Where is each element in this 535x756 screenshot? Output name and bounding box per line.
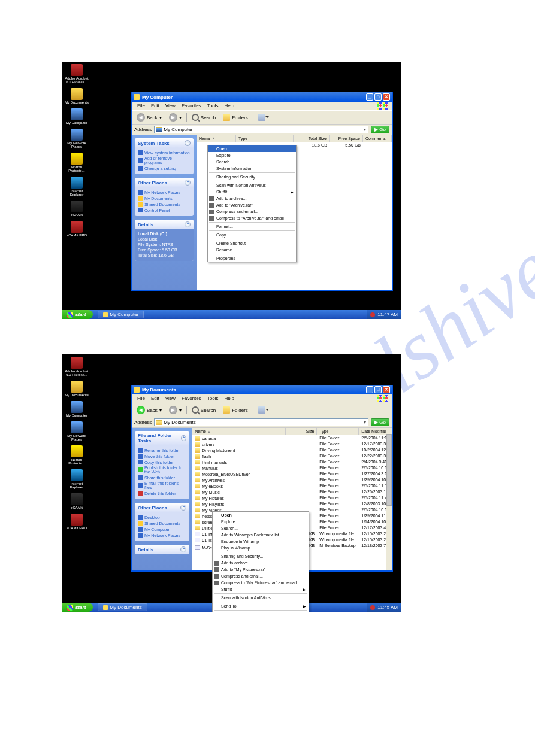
table-row[interactable]: canadaFile Folder2/5/2004 11:0 <box>192 435 392 441</box>
desktop-icon-ie[interactable]: Internet Explorer <box>64 469 90 489</box>
menu-favorites[interactable]: Favorites <box>179 102 204 110</box>
menu-file[interactable]: File <box>134 102 148 110</box>
table-row[interactable]: flashFile Folder12/22/2003 3: <box>192 453 392 459</box>
task-view-system-info[interactable]: View system information <box>138 150 191 156</box>
menu-item[interactable]: Explore <box>208 152 296 159</box>
close-button[interactable]: ✕ <box>383 386 390 393</box>
task-share[interactable]: Share this folder <box>138 475 186 481</box>
search-button[interactable]: Search <box>189 113 218 122</box>
menu-item[interactable]: Cut <box>213 611 309 612</box>
table-row[interactable]: My ArchivesFile Folder1/29/2004 10: <box>192 477 392 483</box>
desktop-icon-ecamit[interactable]: eCAMit <box>64 493 90 509</box>
task-publish[interactable]: Publish this folder to the Web <box>138 465 186 475</box>
menu-item[interactable]: Compress and email... <box>208 208 296 215</box>
desktop-icon-mycomp[interactable]: My Computer <box>64 401 90 417</box>
desktop-icon-ecamitpro[interactable]: eCAMit PRO <box>64 221 90 237</box>
collapse-icon[interactable]: ⌃ <box>180 505 186 511</box>
table-row[interactable]: driversFile Folder12/17/2003 3: <box>192 441 392 447</box>
start-button[interactable]: start <box>62 310 93 319</box>
task-add-remove[interactable]: Add or remove programs <box>138 156 191 165</box>
collapse-icon[interactable]: ⌃ <box>181 435 186 441</box>
scrollbar-thumb[interactable] <box>386 434 392 506</box>
menu-item[interactable]: Create Shortcut <box>208 240 296 247</box>
place-network[interactable]: My Network Places <box>138 532 186 538</box>
tray-icon[interactable] <box>370 312 375 317</box>
col-comments[interactable]: Comments <box>363 135 392 142</box>
go-button[interactable]: ▶ Go <box>371 418 389 426</box>
task-move[interactable]: Move this folder <box>138 453 186 459</box>
menu-item[interactable]: Enqueue in Winamp <box>213 538 309 545</box>
search-button[interactable]: Search <box>189 405 218 415</box>
place-shared[interactable]: Shared Documents <box>138 520 186 526</box>
table-row[interactable]: My PlaylistsFile Folder12/8/2003 10: <box>192 501 392 507</box>
menu-item[interactable]: Add to archive... <box>208 195 296 202</box>
menu-tools[interactable]: Tools <box>204 102 222 110</box>
address-input[interactable]: My Computer ▾ <box>154 126 368 133</box>
task-change-setting[interactable]: Change a setting <box>138 165 191 171</box>
menu-view[interactable]: View <box>162 102 179 110</box>
menu-item[interactable]: Rename <box>208 247 296 253</box>
menu-item[interactable]: Send To▶ <box>213 603 309 609</box>
task-rename[interactable]: Rename this folder <box>138 447 186 453</box>
menu-favorites[interactable]: Favorites <box>179 395 204 402</box>
menu-edit[interactable]: Edit <box>148 102 162 110</box>
panel-heading[interactable]: Details⌃ <box>135 220 194 229</box>
desktop-icon-norton[interactable]: Norton Protecte... <box>64 445 90 465</box>
table-row[interactable]: html manualsFile Folder2/4/2004 3:40 <box>192 459 392 465</box>
col-free[interactable]: Free Space <box>330 135 363 142</box>
collapse-icon[interactable]: ⌃ <box>180 546 186 552</box>
start-button[interactable]: start <box>62 603 93 612</box>
desktop-icon-network[interactable]: My Network Places <box>64 129 90 148</box>
menu-item[interactable]: StuffIt▶ <box>208 189 296 195</box>
panel-heading[interactable]: File and Folder Tasks⌃ <box>135 431 189 445</box>
maximize-button[interactable]: □ <box>374 93 382 101</box>
menu-edit[interactable]: Edit <box>148 395 162 402</box>
menu-item[interactable]: Search... <box>213 525 309 532</box>
menu-item[interactable]: Add to archive... <box>213 560 309 566</box>
collapse-icon[interactable]: ⌃ <box>185 180 191 186</box>
back-button[interactable]: ◄Back▾ <box>134 112 164 123</box>
titlebar[interactable]: My Documents _ □ ✕ <box>132 385 392 394</box>
col-type[interactable]: Type <box>236 135 294 142</box>
menu-item[interactable]: Compress and email... <box>213 573 309 579</box>
col-type[interactable]: Type <box>317 428 359 435</box>
menu-item[interactable]: Copy <box>208 232 296 238</box>
place-shared[interactable]: Shared Documents <box>138 201 191 207</box>
desktop-icon-mycomp[interactable]: My Computer <box>64 108 90 125</box>
menu-item[interactable]: Sharing and Security... <box>208 174 296 180</box>
panel-heading[interactable]: System Tasks⌃ <box>135 138 194 148</box>
views-button[interactable] <box>256 113 268 122</box>
menu-view[interactable]: View <box>162 395 179 402</box>
dropdown-icon[interactable]: ▾ <box>364 127 366 132</box>
forward-button[interactable]: ►▾ <box>167 112 184 123</box>
table-row[interactable]: My PicturesFile Folder2/5/2004 11:4 <box>192 495 392 501</box>
folders-button[interactable]: Folders <box>220 405 250 415</box>
taskbar-item[interactable]: My Documents <box>98 603 147 611</box>
menu-item[interactable]: Play in Winamp <box>213 545 309 551</box>
desktop-icon-network[interactable]: My Network Places <box>64 421 90 441</box>
desktop-icon-ecamit[interactable]: eCAMit <box>64 201 90 217</box>
menu-item[interactable]: Search... <box>208 159 296 165</box>
desktop-icon-ecamitpro[interactable]: eCAMit PRO <box>64 514 90 530</box>
menu-file[interactable]: File <box>134 395 148 402</box>
panel-heading[interactable]: Other Places⌃ <box>135 503 189 512</box>
tray-icon[interactable] <box>370 605 375 610</box>
task-delete[interactable]: Delete this folder <box>138 490 186 496</box>
place-cpanel[interactable]: Control Panel <box>138 207 191 213</box>
close-button[interactable]: ✕ <box>383 93 390 101</box>
menu-item[interactable]: Open <box>213 512 309 518</box>
desktop-icon-ie[interactable]: Internet Explorer <box>64 177 90 196</box>
place-mydocs[interactable]: My Documents <box>138 195 191 201</box>
desktop-icon-acrobat[interactable]: Adobe Acrobat 6.0 Profess... <box>64 357 90 377</box>
place-network[interactable]: My Network Places <box>138 189 191 195</box>
menu-item[interactable]: Scan with Norton AntiVirus <box>213 594 309 601</box>
views-button[interactable] <box>256 405 268 415</box>
titlebar[interactable]: My Computer _ □ ✕ <box>132 92 392 102</box>
col-name[interactable]: Name▲ <box>197 135 236 142</box>
menu-item[interactable]: Add to "My Pictures.rar" <box>213 566 309 573</box>
menu-item[interactable]: Format... <box>208 223 296 230</box>
menu-help[interactable]: Help <box>221 395 237 402</box>
menu-item[interactable]: Open <box>208 145 296 152</box>
menu-item[interactable]: System Information <box>208 165 296 172</box>
minimize-button[interactable]: _ <box>366 93 373 101</box>
